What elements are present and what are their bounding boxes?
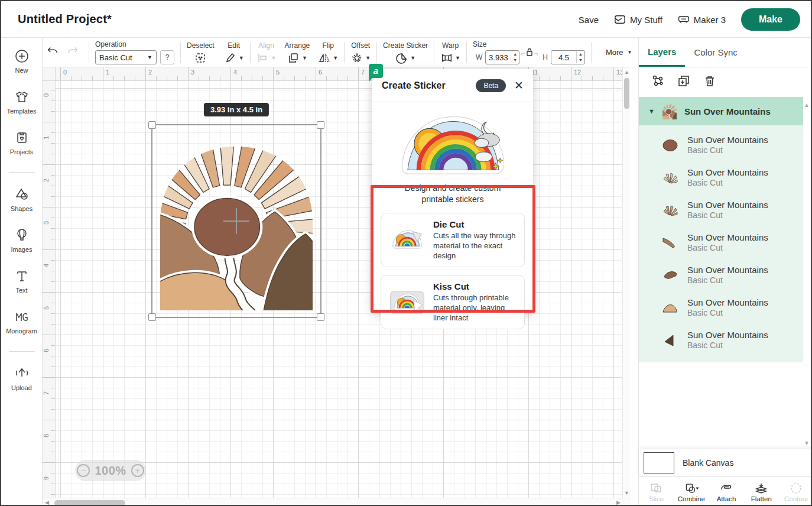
deselect-button[interactable]: Deselect <box>187 38 215 67</box>
operation-dropdown[interactable]: Basic Cut▼ <box>95 50 157 64</box>
layer-row-5[interactable]: Sun Over MountainsBasic Cut <box>639 259 803 291</box>
layer-group-header[interactable]: ▼ Sun Over Mountains <box>639 97 803 125</box>
sidebar-item-upload[interactable]: Upload <box>1 366 42 391</box>
more-menu-button[interactable]: More▼ <box>606 48 632 57</box>
chevron-down-icon[interactable]: ▼ <box>648 108 655 115</box>
resize-handle-bottom-right[interactable] <box>317 313 324 321</box>
combine-button[interactable]: Combine <box>674 477 709 506</box>
blank-canvas-row[interactable]: Blank Canvas <box>639 449 812 476</box>
width-input[interactable] <box>486 53 511 62</box>
die-cut-option[interactable]: Die Cut Cuts all the way through materia… <box>381 213 525 267</box>
selection-size-tooltip: 3.93 in x 4.5 in <box>204 103 269 116</box>
layer-row-7[interactable]: Sun Over MountainsBasic Cut <box>639 324 803 356</box>
operation-help-button[interactable]: ? <box>160 50 174 64</box>
group-icon[interactable] <box>651 74 665 88</box>
flip-menu-button[interactable]: Flip ▼ <box>318 38 338 67</box>
sidebar-item-templates[interactable]: Templates <box>1 89 42 115</box>
arrange-menu-button[interactable]: Arrange ▼ <box>285 38 310 67</box>
sidebar-item-projects[interactable]: Projects <box>1 130 42 155</box>
canvas-horizontal-scrollbar[interactable]: ◀ ▶ <box>43 498 631 506</box>
layer-row-1[interactable]: Sun Over MountainsBasic Cut <box>639 129 803 161</box>
machine-select-button[interactable]: Maker 3 <box>678 14 726 25</box>
sidebar-item-images[interactable]: Images <box>1 228 42 253</box>
vertical-scroll-thumb[interactable] <box>624 78 629 109</box>
tab-layers[interactable]: Layers <box>639 38 685 67</box>
width-stepper[interactable]: ▲▼ <box>511 51 519 63</box>
layer-row-2[interactable]: Sun Over MountainsBasic Cut <box>639 161 803 194</box>
ruler-corner <box>43 67 56 81</box>
create-sticker-button[interactable]: Create Sticker ▼ <box>383 38 428 67</box>
height-stepper[interactable]: ▲▼ <box>576 51 584 63</box>
clipboard-heart-icon <box>14 130 30 145</box>
zoom-out-button[interactable]: − <box>77 464 90 477</box>
resize-handle-top-left[interactable] <box>148 121 156 129</box>
ruler-number: 0 <box>63 69 67 76</box>
make-button[interactable]: Make <box>741 8 800 31</box>
selection-bounding-box[interactable]: 3.93 in x 4.5 in <box>151 124 321 318</box>
kiss-cut-option[interactable]: Kiss Cut Cuts through printable material… <box>381 275 525 329</box>
left-sidebar: New Templates Projects Shapes Images Tex… <box>1 38 43 506</box>
sidebar-item-shapes[interactable]: Shapes <box>1 187 42 212</box>
redo-button[interactable] <box>63 46 83 59</box>
save-button[interactable]: Save <box>579 15 599 25</box>
contour-button[interactable]: Contour <box>779 477 812 506</box>
flatten-button[interactable]: Flatten <box>744 477 779 506</box>
canvas-grid[interactable]: 3.93 in x 4.5 in − 100% + <box>56 81 622 498</box>
slice-button[interactable]: Slice <box>639 477 674 506</box>
edit-menu-button[interactable]: Edit ▼ <box>224 38 244 67</box>
scroll-left-arrow[interactable]: ◀ <box>45 499 49 505</box>
monogram-icon <box>14 309 30 325</box>
layer-row-3[interactable]: Sun Over MountainsBasic Cut <box>639 194 803 226</box>
height-input[interactable] <box>551 53 576 62</box>
my-stuff-button[interactable]: My Stuff <box>614 14 662 25</box>
horizontal-scroll-thumb[interactable] <box>54 500 125 506</box>
sidebar-item-monogram[interactable]: Monogram <box>1 309 42 335</box>
group-thumbnail <box>661 102 678 120</box>
size-lock-button[interactable] <box>521 47 538 57</box>
shapes-icon <box>14 187 30 202</box>
sidebar-divider <box>9 351 35 352</box>
ruler-number: 5 <box>43 306 50 310</box>
sun-over-mountains-design[interactable] <box>152 125 320 317</box>
dialog-description: Design and create custom printable stick… <box>372 183 533 205</box>
delete-icon[interactable] <box>703 74 717 88</box>
sidebar-item-text[interactable]: Text <box>1 268 42 294</box>
design-canvas[interactable]: 012345678910111213 0123456789 3.93 in x … <box>43 67 631 506</box>
layers-scroll-down-arrow[interactable]: ▼ <box>804 440 810 446</box>
horizontal-ruler: 012345678910111213 <box>56 67 622 81</box>
canvas-vertical-scrollbar[interactable]: ▲ ▼ <box>622 67 630 498</box>
tab-color-sync[interactable]: Color Sync <box>685 38 746 67</box>
resize-handle-bottom-left[interactable] <box>148 313 156 321</box>
height-label: H <box>543 53 548 61</box>
warp-menu-button[interactable]: Warp ▼ <box>440 38 460 67</box>
scroll-right-arrow[interactable]: ▶ <box>616 499 621 505</box>
close-dialog-button[interactable]: ✕ <box>514 80 524 91</box>
layer-row-6[interactable]: Sun Over MountainsBasic Cut <box>639 291 803 324</box>
ruler-number: 4 <box>43 264 50 267</box>
paperclip-icon <box>719 482 733 494</box>
layers-scroll-up-arrow[interactable]: ▲ <box>804 102 810 108</box>
ruler-number: 2 <box>43 179 50 182</box>
height-field: ▲▼ <box>551 50 585 64</box>
layer-thumbnail-mountain-center <box>661 268 679 283</box>
kiss-cut-thumbnail-icon <box>389 290 425 314</box>
duplicate-icon[interactable] <box>677 74 691 88</box>
sidebar-item-new[interactable]: New <box>1 48 42 74</box>
project-title: Untitled Project* <box>18 12 112 26</box>
layers-list: ▼ Sun Over Mountains Sun Over MountainsB… <box>639 97 803 362</box>
undo-button[interactable] <box>43 46 63 59</box>
offset-menu-button[interactable]: Offset ▼ <box>350 38 371 67</box>
rainbow-sticker-illustration <box>398 111 508 180</box>
new-plus-icon <box>14 48 30 64</box>
resize-handle-top-right[interactable] <box>317 121 324 129</box>
attach-button[interactable]: Attach <box>709 477 743 506</box>
scroll-down-arrow[interactable]: ▼ <box>624 490 629 496</box>
slice-icon <box>649 482 664 494</box>
tshirt-icon <box>14 89 30 105</box>
scroll-up-arrow[interactable]: ▲ <box>624 69 629 75</box>
layer-row-4[interactable]: Sun Over MountainsBasic Cut <box>639 226 803 259</box>
blank-canvas-thumbnail <box>644 452 674 473</box>
flatten-icon <box>754 482 768 494</box>
zoom-in-button[interactable]: + <box>131 464 144 477</box>
align-menu-button[interactable]: Align ▼ <box>256 38 277 67</box>
